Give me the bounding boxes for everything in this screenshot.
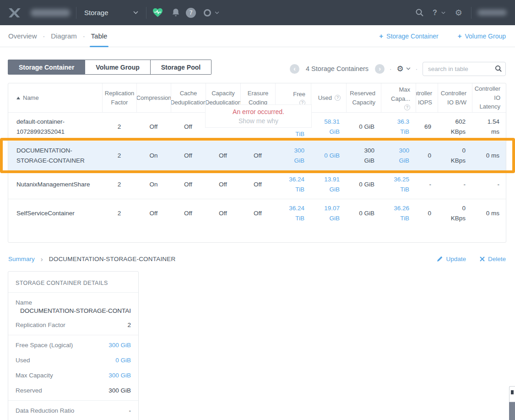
cell-iops: 0 <box>416 142 438 170</box>
cell-used[interactable]: 0 GiB <box>311 142 346 170</box>
detail-row-max-capacity: Max Capacity300 GiB <box>16 368 131 383</box>
tab-volume-group[interactable]: Volume Group <box>85 60 150 75</box>
ring-status-icon[interactable] <box>204 9 211 16</box>
help-menu[interactable]: ? <box>433 9 437 17</box>
chevron-down-icon <box>133 11 138 14</box>
tab-storage-container[interactable]: Storage Container <box>8 60 85 75</box>
cell-erasure: Off <box>240 199 275 228</box>
breadcrumb: Summary › DOCUMENTATION-STORAGE-CONTAINE… <box>8 255 175 263</box>
username-redacted[interactable] <box>477 10 507 16</box>
cell-free[interactable]: 36.24 TiB <box>275 170 311 199</box>
table-row[interactable]: SelfServiceContainer2OffOffOffOff36.24 T… <box>8 199 506 228</box>
column-header-used[interactable]: Used? <box>311 83 346 112</box>
tab-storage-pool[interactable]: Storage Pool <box>151 60 211 75</box>
dot-separator: · <box>43 33 45 40</box>
cell-iops: 0 <box>416 199 438 228</box>
cell-cache-dedup: Off <box>171 142 206 170</box>
cell-used[interactable]: 58.31 GiB <box>311 113 346 141</box>
prev-page-button[interactable]: ‹ <box>290 64 299 74</box>
detail-value[interactable]: 300 GiB <box>108 372 131 379</box>
settings-gear-icon[interactable]: ⚙ <box>455 9 462 17</box>
cell-io-bw: 0 KBps <box>438 199 472 228</box>
detail-label: Used <box>16 357 30 364</box>
cell-erasure: Off <box>240 170 275 199</box>
table-row[interactable]: NutanixManagementShare2OnOffOffOff36.24 … <box>8 170 506 199</box>
detail-label-name: Name <box>16 295 131 307</box>
column-header-replication-factor[interactable]: Replication Factor <box>102 83 136 112</box>
summary-bar: Summary › DOCUMENTATION-STORAGE-CONTAINE… <box>8 252 506 265</box>
column-header-compression[interactable]: Compression <box>136 83 171 112</box>
detail-label: Replication Factor <box>16 322 65 328</box>
column-label: Free <box>293 90 305 99</box>
alert-count-badge[interactable]: 7 <box>186 8 196 18</box>
detail-row-replication-factor: Replication Factor2 <box>16 317 131 333</box>
detail-value[interactable]: 0 GiB <box>115 357 131 364</box>
detail-value: - <box>129 407 131 414</box>
subnav-link-table[interactable]: Table <box>91 32 108 40</box>
column-header-iops[interactable]: Controller IOPS <box>416 83 438 112</box>
cell-max-capacity[interactable]: 36.25 TiB <box>381 170 416 199</box>
x-icon <box>480 256 485 262</box>
edge-widget-handle[interactable] <box>509 386 515 402</box>
detail-label: Data Reduction Ratio <box>16 407 74 414</box>
breadcrumb-chevron-icon: › <box>41 255 43 263</box>
help-icon[interactable]: ? <box>335 95 341 101</box>
cell-free[interactable]: 300 GiB <box>275 142 311 170</box>
detail-row-used: Used0 GiB <box>16 353 131 368</box>
column-header-max-capacity[interactable]: Max Capa...? <box>381 83 416 112</box>
error-show-me-why-link[interactable]: Show me why <box>239 117 278 125</box>
floating-edge-widget[interactable] <box>509 386 515 420</box>
table-search-input[interactable] <box>423 62 506 76</box>
cell-max-capacity[interactable]: 36.3 TiB <box>381 113 416 141</box>
detail-value[interactable]: 300 GiB <box>108 342 131 349</box>
cell-replication-factor: 2 <box>102 142 136 170</box>
cell-io-bw: 602 KBps <box>438 113 472 141</box>
cell-cache-dedup: Off <box>171 199 206 228</box>
dot-separator: · <box>390 65 391 72</box>
cell-max-capacity[interactable]: 300 GiB <box>381 142 416 170</box>
add-volume-group-button[interactable]: +Volume Group <box>458 32 506 40</box>
cell-reserved: 0 GiB <box>346 113 381 141</box>
table-gear-icon: ⚙ <box>396 65 403 73</box>
subnav-link-diagram[interactable]: Diagram <box>51 32 77 40</box>
column-header-name[interactable]: Name <box>8 83 102 112</box>
cell-cache-dedup: Off <box>171 170 206 199</box>
divider <box>76 7 76 19</box>
column-header-cache-dedup[interactable]: Cache Deduplication <box>171 83 206 112</box>
column-header-io-latency[interactable]: Controller IO Latency <box>472 83 506 112</box>
nutanix-logo-icon[interactable] <box>8 7 21 18</box>
cell-max-capacity[interactable]: 36.26 TiB <box>381 199 416 228</box>
divider <box>471 7 472 19</box>
chevron-down-icon[interactable] <box>441 11 445 14</box>
search-icon[interactable] <box>415 8 424 17</box>
dot-separator: · <box>416 65 417 72</box>
cell-reserved: 0 GiB <box>346 170 381 199</box>
cluster-name-redacted[interactable] <box>31 9 70 16</box>
column-header-io-bw[interactable]: Controller IO B/W <box>438 83 472 112</box>
cell-used[interactable]: 13.91 GiB <box>311 170 346 199</box>
column-header-reserved[interactable]: Reserved Capacity <box>346 83 381 112</box>
update-button[interactable]: Update <box>437 256 466 262</box>
cell-replication-factor: 2 <box>102 199 136 228</box>
column-label: Controller IOPS <box>416 89 432 107</box>
notifications-bell-icon[interactable] <box>172 8 180 17</box>
next-page-button[interactable]: › <box>375 64 385 74</box>
product-dropdown-label: Storage <box>84 9 108 16</box>
cell-io-latency: 1.54 ms <box>472 113 506 141</box>
table-row[interactable]: DOCUMENTATION-STORAGE-CONTAINER2OnOffOff… <box>8 141 506 170</box>
chevron-down-icon[interactable] <box>215 11 219 14</box>
help-icon[interactable]: ? <box>404 104 410 110</box>
column-label: Reserved Capacity <box>347 89 375 107</box>
table-settings-dropdown[interactable]: ⚙ <box>396 65 410 73</box>
delete-button[interactable]: Delete <box>480 256 506 262</box>
subnav-link-overview[interactable]: Overview <box>8 32 37 40</box>
breadcrumb-summary-link[interactable]: Summary <box>8 256 35 262</box>
plus-icon: + <box>458 32 462 40</box>
product-dropdown[interactable]: Storage <box>84 9 138 16</box>
health-heart-icon[interactable] <box>152 8 163 17</box>
add-storage-container-button[interactable]: +Storage Container <box>379 32 438 40</box>
cell-free[interactable]: 36.24 TiB <box>275 199 311 228</box>
cell-used[interactable]: 19.07 GiB <box>311 199 346 228</box>
cell-name: default-container-10728992352041 <box>8 113 102 141</box>
search-icon[interactable] <box>495 65 502 72</box>
